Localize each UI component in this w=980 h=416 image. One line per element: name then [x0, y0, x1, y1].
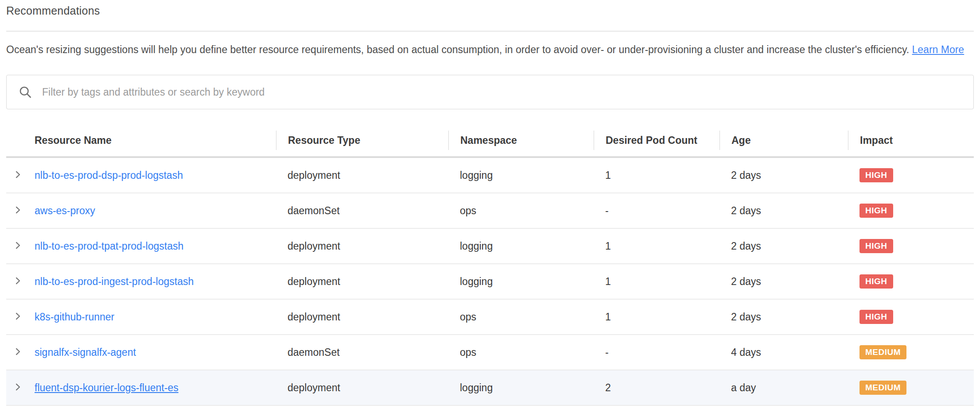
resource-type-cell: deployment — [276, 276, 448, 288]
table-header-row: Resource Name Resource Type Namespace De… — [6, 124, 974, 158]
column-header-namespace: Namespace — [448, 131, 594, 150]
resource-name-cell: k8s-github-runner — [35, 311, 276, 323]
namespace-cell: logging — [448, 382, 594, 394]
table-row: nlb-to-es-prod-tpat-prod-logstash deploy… — [6, 229, 974, 264]
expand-cell — [6, 307, 35, 327]
table-row: k8s-github-runner deployment ops 1 2 day… — [6, 300, 974, 335]
table-row: nlb-to-es-prod-dsp-prod-logstash deploym… — [6, 158, 974, 193]
title-divider — [6, 31, 974, 32]
impact-badge: HIGH — [859, 310, 893, 324]
resource-type-cell: deployment — [276, 311, 448, 323]
expand-cell — [6, 272, 35, 291]
column-header-resource-name: Resource Name — [35, 131, 276, 150]
resource-name-cell: nlb-to-es-prod-dsp-prod-logstash — [35, 169, 276, 181]
chevron-right-icon — [13, 205, 23, 216]
expand-cell — [6, 343, 35, 362]
chevron-right-icon — [13, 241, 23, 251]
header-spacer — [6, 131, 35, 150]
expand-cell — [6, 378, 35, 397]
desired-pod-count-cell: - — [594, 347, 719, 358]
resource-name-cell: fluent-dsp-kourier-logs-fluent-es — [35, 382, 276, 394]
age-cell: 2 days — [719, 276, 848, 288]
impact-badge: MEDIUM — [859, 345, 906, 360]
expand-row-button[interactable] — [8, 236, 27, 256]
impact-cell: HIGH — [848, 204, 974, 218]
resource-name-cell: nlb-to-es-prod-tpat-prod-logstash — [35, 240, 276, 252]
recommendations-page: Recommendations Ocean's resizing suggest… — [0, 0, 980, 406]
resource-name-link[interactable]: k8s-github-runner — [35, 311, 114, 323]
chevron-right-icon — [13, 382, 23, 393]
column-header-resource-type: Resource Type — [276, 131, 448, 150]
age-cell: 2 days — [719, 240, 848, 252]
expand-row-button[interactable] — [8, 201, 27, 220]
expand-cell — [6, 201, 35, 220]
impact-cell: MEDIUM — [848, 381, 974, 395]
impact-cell: HIGH — [848, 310, 974, 324]
resource-name-cell: nlb-to-es-prod-ingest-prod-logstash — [35, 276, 276, 288]
resource-type-cell: deployment — [276, 169, 448, 181]
desired-pod-count-cell: 1 — [594, 276, 719, 288]
desired-pod-count-cell: 1 — [594, 240, 719, 252]
age-cell: 2 days — [719, 205, 848, 217]
impact-badge: HIGH — [859, 204, 893, 218]
description-body: Ocean's resizing suggestions will help y… — [6, 44, 912, 55]
age-cell: a day — [719, 382, 848, 394]
namespace-cell: logging — [448, 276, 594, 288]
namespace-cell: ops — [448, 205, 594, 217]
desired-pod-count-cell: 1 — [594, 311, 719, 323]
chevron-right-icon — [13, 170, 23, 181]
resource-type-cell: deployment — [276, 382, 448, 394]
resource-type-cell: daemonSet — [276, 347, 448, 358]
page-title: Recommendations — [6, 4, 974, 17]
impact-cell: MEDIUM — [848, 345, 974, 360]
impact-badge: HIGH — [859, 239, 893, 254]
resource-name-link[interactable]: nlb-to-es-prod-tpat-prod-logstash — [35, 240, 183, 252]
namespace-cell: ops — [448, 347, 594, 358]
resource-name-link[interactable]: nlb-to-es-prod-ingest-prod-logstash — [35, 276, 194, 287]
table-row: signalfx-signalfx-agent daemonSet ops - … — [6, 335, 974, 370]
expand-row-button[interactable] — [8, 378, 27, 397]
namespace-cell: logging — [448, 169, 594, 181]
expand-row-button[interactable] — [8, 307, 27, 327]
table-row: aws-es-proxy daemonSet ops - 2 days HIGH — [6, 193, 974, 229]
impact-badge: HIGH — [859, 168, 893, 183]
age-cell: 2 days — [719, 169, 848, 181]
column-header-impact: Impact — [848, 131, 974, 150]
resource-type-cell: deployment — [276, 240, 448, 252]
resource-name-link[interactable]: fluent-dsp-kourier-logs-fluent-es — [35, 382, 179, 393]
search-icon — [18, 85, 32, 99]
column-header-age: Age — [719, 131, 848, 150]
namespace-cell: ops — [448, 311, 594, 323]
age-cell: 2 days — [719, 311, 848, 323]
recommendations-table: Resource Name Resource Type Namespace De… — [6, 124, 974, 406]
table-row: fluent-dsp-kourier-logs-fluent-es deploy… — [6, 370, 974, 406]
resource-name-link[interactable]: nlb-to-es-prod-dsp-prod-logstash — [35, 169, 183, 181]
expand-cell — [6, 236, 35, 256]
resource-name-link[interactable]: signalfx-signalfx-agent — [35, 347, 136, 358]
expand-row-button[interactable] — [8, 343, 27, 362]
resource-name-link[interactable]: aws-es-proxy — [35, 205, 95, 216]
desired-pod-count-cell: 2 — [594, 382, 719, 394]
column-header-desired-pod-count: Desired Pod Count — [594, 131, 719, 150]
namespace-cell: logging — [448, 240, 594, 252]
description-text: Ocean's resizing suggestions will help y… — [6, 42, 974, 58]
impact-cell: HIGH — [848, 274, 974, 289]
table-body: nlb-to-es-prod-dsp-prod-logstash deploym… — [6, 158, 974, 406]
impact-badge: MEDIUM — [859, 381, 906, 395]
search-input[interactable] — [42, 86, 962, 98]
learn-more-link[interactable]: Learn More — [912, 44, 964, 55]
desired-pod-count-cell: - — [594, 205, 719, 217]
impact-cell: HIGH — [848, 168, 974, 183]
filter-search-box[interactable] — [6, 75, 974, 109]
resource-name-cell: signalfx-signalfx-agent — [35, 347, 276, 358]
desired-pod-count-cell: 1 — [594, 169, 719, 181]
resource-type-cell: daemonSet — [276, 205, 448, 217]
chevron-right-icon — [13, 347, 23, 358]
expand-row-button[interactable] — [8, 166, 27, 185]
chevron-right-icon — [13, 312, 23, 322]
table-row: nlb-to-es-prod-ingest-prod-logstash depl… — [6, 264, 974, 300]
impact-badge: HIGH — [859, 274, 893, 289]
chevron-right-icon — [13, 276, 23, 287]
impact-cell: HIGH — [848, 239, 974, 254]
expand-row-button[interactable] — [8, 272, 27, 291]
